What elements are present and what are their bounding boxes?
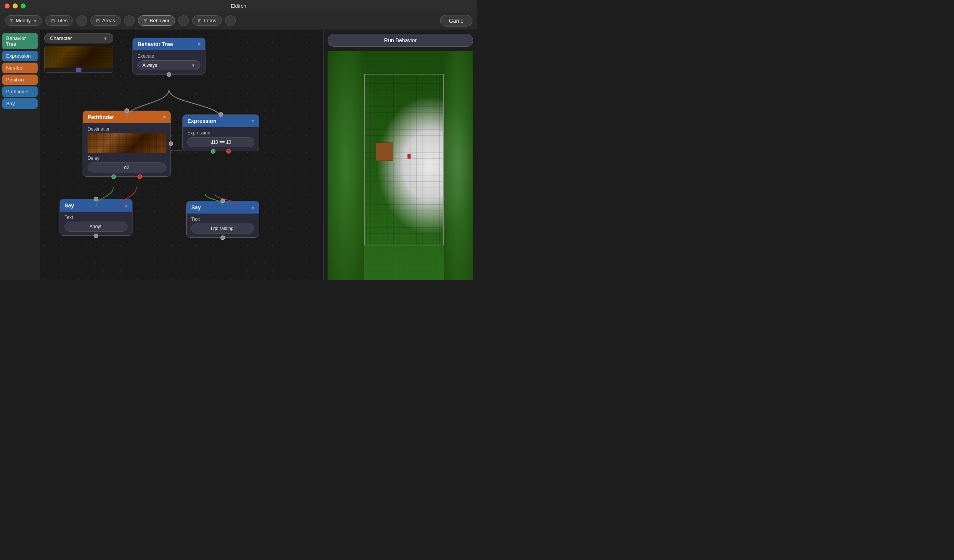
items-label: Items [204,18,216,23]
pathfinder-input-connector[interactable] [124,108,129,113]
game-label: Game [449,18,464,24]
delay-value[interactable]: d2 [88,162,166,172]
sidebar-item-behavior-tree[interactable]: Behavior Tree [2,33,38,49]
say1-output-connector[interactable] [94,234,98,238]
expression-menu[interactable]: ≡ [251,118,254,124]
minimize-button[interactable] [13,3,18,8]
say2-input-connector[interactable] [220,199,225,203]
expression-body: Expression d10 == 10 [183,127,259,151]
tiles-options[interactable]: ⋯ [76,15,87,26]
say-node-1[interactable]: Say ≡ Text Ahoy!! [60,199,132,236]
run-behavior-label: Run Behavior [384,37,417,43]
character-panel: Character ▼ [44,33,113,73]
expression-out-red[interactable] [226,149,231,154]
chevron-icon: ▼ [33,18,37,23]
destination-field: Destination [88,126,166,132]
chevron-icon: ▼ [191,63,195,68]
expression-out-green[interactable] [211,149,215,154]
behavior-label: Behavior [150,18,169,23]
toolbar: ⊞ Moody ▼ ⊞ Tiles ⋯ ⊞ Areas ⋯ ⊞ Behavior… [0,12,477,30]
game-preview: Eldiron City ▼ [328,51,473,280]
behavior-tree-node-header: Behavior Tree ≡ [133,38,205,50]
bt-output-connector[interactable] [167,72,171,77]
execute-value: Always [142,63,157,68]
say2-menu[interactable]: ≡ [251,205,254,210]
expression-input-connector[interactable] [219,112,223,117]
trees-right [444,51,473,280]
sprite-bottom [45,68,113,73]
character-preview [44,46,113,73]
areas-label: Areas [102,18,115,23]
pathfinder-title: Pathfinder [88,114,114,120]
trees-left [328,51,364,280]
sprite-area [45,46,113,68]
behavior-options[interactable]: ⋯ [178,15,189,26]
pathfinder-body: Destination Delay d2 [83,123,171,176]
maximize-button[interactable] [21,3,26,8]
tiles-button[interactable]: ⊞ Tiles [45,15,73,26]
grid-icon: ⊞ [144,18,147,23]
chest-object [376,142,393,161]
pathfinder-node[interactable]: Pathfinder ≡ Destination Delay d2 [83,111,171,177]
app-title: Eldiron [231,3,246,9]
expression-field: Expression [187,130,254,136]
say1-body: Text Ahoy!! [60,212,132,235]
behavior-tree-body: Execute Always ▼ [133,50,205,74]
sidebar-item-expression[interactable]: Expression [2,51,38,61]
areas-button[interactable]: ⊞ Areas [90,15,121,26]
grid-icon: ⊞ [51,18,55,23]
behavior-tree-node[interactable]: Behavior Tree ≡ Execute Always ▼ [132,38,205,75]
close-button[interactable] [5,3,10,8]
execute-field: Execute [137,53,200,59]
pathfinder-out-green[interactable] [111,174,116,179]
map-visualization [328,51,473,280]
execute-dropdown[interactable]: Always ▼ [137,60,200,70]
say2-text-label: Text [191,217,254,222]
areas-options[interactable]: ⋯ [124,15,135,26]
sidebar-item-position[interactable]: Position [2,75,38,85]
say1-menu[interactable]: ≡ [124,203,128,209]
behavior-tree-title: Behavior Tree [137,41,173,47]
titlebar: Eldiron [0,0,477,12]
sidebar-item-pathfinder[interactable]: Pathfinder [2,86,38,97]
window-controls[interactable] [5,3,26,8]
say1-title: Say [65,202,74,209]
main-content: Behavior Tree Expression Number Position… [0,30,477,280]
character-select[interactable]: Character ▼ [44,33,113,43]
chevron-down-icon: ▼ [103,36,108,41]
run-behavior-button[interactable]: Run Behavior [328,34,473,47]
pathfinder-right-connector[interactable] [169,141,173,146]
say2-output-connector[interactable] [220,235,225,240]
say1-text-label: Text [65,215,128,220]
say-node-2[interactable]: Say ≡ Text I go raiding! [186,201,259,238]
pathfinder-menu[interactable]: ≡ [163,114,166,120]
behavior-tree-menu[interactable]: ≡ [197,41,200,47]
dropdown-label: Moody [16,18,31,23]
grid-icon: ⊞ [96,18,100,23]
pixel-art-sprite [45,46,113,68]
grid-icon: ⊞ [10,18,13,23]
tiles-label: Tiles [57,18,68,23]
game-button[interactable]: Game [440,15,472,27]
delay-field: Delay [88,156,166,161]
say1-text-value[interactable]: Ahoy!! [65,222,128,232]
character-label: Character [50,35,72,41]
character-dropdown[interactable]: ⊞ Moody ▼ [5,15,42,26]
say2-text-value[interactable]: I go raiding! [191,224,254,234]
expression-value[interactable]: d10 == 10 [187,137,254,147]
canvas-area[interactable]: Character ▼ Behavior Tree ≡ Execute [40,30,323,280]
sidebar: Behavior Tree Expression Number Position… [0,30,40,280]
destination-preview [88,133,166,153]
items-button[interactable]: ⊞ Items [192,15,222,26]
destination-pixel-art [88,133,166,153]
sidebar-item-number[interactable]: Number [2,63,38,73]
sidebar-item-say[interactable]: Say [2,98,38,109]
say2-title: Say [191,204,201,210]
items-options[interactable]: ⋯ [225,15,236,26]
behavior-button[interactable]: ⊞ Behavior [138,15,175,26]
pathfinder-out-red[interactable] [137,174,142,179]
right-panel: Run Behavior Eldiron City ▼ [323,30,477,280]
expression-node[interactable]: Expression ≡ Expression d10 == 10 [182,114,259,151]
say2-body: Text I go raiding! [187,214,259,237]
say1-input-connector[interactable] [94,197,98,201]
